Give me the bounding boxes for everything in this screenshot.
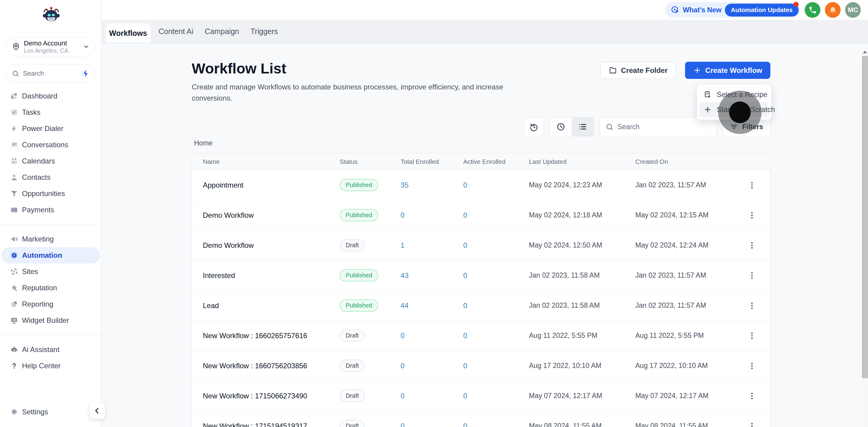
widget-builder-icon bbox=[10, 317, 18, 324]
scrollbar-thumb[interactable] bbox=[862, 56, 868, 378]
workflow-name[interactable]: Appointment bbox=[192, 181, 340, 189]
tab-campaign[interactable]: Campaign bbox=[201, 20, 243, 43]
row-menu-button[interactable] bbox=[746, 178, 758, 192]
active-enrolled-link[interactable]: 0 bbox=[463, 181, 529, 189]
user-avatar[interactable]: MC bbox=[845, 2, 861, 18]
row-menu-button[interactable] bbox=[746, 359, 758, 372]
workflow-name[interactable]: New Workflow : 1715194519317 bbox=[192, 422, 340, 427]
total-enrolled-link[interactable]: 44 bbox=[401, 301, 463, 310]
total-enrolled-link[interactable]: 0 bbox=[401, 362, 463, 370]
scrollbar-up-arrow[interactable] bbox=[862, 48, 868, 56]
sidebar-item-payments[interactable]: Payments bbox=[1, 202, 100, 218]
avatar-initials: MC bbox=[848, 6, 858, 14]
clock-icon bbox=[556, 122, 565, 131]
total-enrolled-link[interactable]: 43 bbox=[401, 271, 463, 280]
active-enrolled-link[interactable]: 0 bbox=[463, 362, 529, 370]
automation-updates-button[interactable]: Automation Updates bbox=[725, 4, 799, 17]
active-enrolled-link[interactable]: 0 bbox=[463, 241, 529, 250]
sidebar-item-reporting[interactable]: Reporting bbox=[1, 296, 100, 312]
reporting-icon bbox=[10, 300, 18, 308]
kebab-icon bbox=[747, 331, 756, 340]
sidebar-item-opportunities[interactable]: Opportunities bbox=[1, 186, 100, 202]
sidebar-item-automation[interactable]: Automation bbox=[1, 247, 100, 263]
kebab-icon bbox=[747, 391, 756, 400]
notifications-button[interactable] bbox=[825, 2, 841, 18]
row-menu-button[interactable] bbox=[746, 389, 758, 403]
filters-label: Filters bbox=[742, 123, 763, 131]
sidebar-item-dashboard[interactable]: Dashboard bbox=[1, 88, 100, 104]
filters-button[interactable]: Filters bbox=[723, 117, 770, 136]
app-logo-robot-icon[interactable] bbox=[41, 5, 61, 25]
table-row: Demo WorkflowPublished00May 02 2024, 12:… bbox=[192, 200, 770, 230]
dropdown-item-select-a-recipe[interactable]: Select a Recipe bbox=[700, 87, 769, 102]
account-switcher[interactable]: Demo Account Los Angeles, CA bbox=[6, 37, 95, 56]
total-enrolled-link[interactable]: 1 bbox=[401, 241, 463, 250]
total-enrolled-link[interactable]: 0 bbox=[401, 422, 463, 427]
workflow-search-input[interactable]: Search bbox=[600, 117, 717, 136]
row-menu-button[interactable] bbox=[746, 269, 758, 282]
active-enrolled-link[interactable]: 0 bbox=[463, 301, 529, 310]
sidebar-collapse-button[interactable] bbox=[90, 403, 105, 419]
workflow-name[interactable]: New Workflow : 1715066273490 bbox=[192, 392, 340, 400]
sidebar-item-sites[interactable]: Sites bbox=[1, 263, 100, 280]
breadcrumb[interactable]: Home bbox=[194, 139, 213, 147]
workflow-name[interactable]: New Workflow : 1660756203856 bbox=[192, 362, 340, 370]
sidebar-item-help-center[interactable]: Help Center bbox=[1, 358, 100, 374]
sidebar-item-marketing[interactable]: Marketing bbox=[1, 231, 100, 247]
ai-bolt-icon bbox=[81, 69, 90, 78]
sidebar-item-ai-assistant[interactable]: Ai Assistant bbox=[1, 341, 100, 358]
sidebar-item-label: Opportunities bbox=[22, 189, 65, 198]
status-cell: Published bbox=[340, 269, 401, 282]
dropdown-item-start-from-scratch[interactable]: Start from Scratch bbox=[700, 102, 769, 117]
create-workflow-button[interactable]: Create Workflow bbox=[685, 62, 770, 79]
actions-cell bbox=[734, 209, 770, 222]
workflow-name[interactable]: New Workflow : 1660265757616 bbox=[192, 332, 340, 340]
row-menu-button[interactable] bbox=[746, 329, 758, 342]
enrollment-history-button[interactable] bbox=[524, 117, 544, 136]
view-toggle-list[interactable] bbox=[572, 118, 593, 136]
page-scrollbar[interactable] bbox=[862, 48, 868, 427]
automation-updates-label: Automation Updates bbox=[731, 6, 793, 13]
sidebar-item-reputation[interactable]: Reputation bbox=[1, 280, 100, 296]
sidebar-item-widget-builder[interactable]: Widget Builder bbox=[1, 312, 100, 329]
total-enrolled-link[interactable]: 35 bbox=[401, 181, 463, 189]
create-folder-label: Create Folder bbox=[621, 66, 668, 75]
last-updated: Aug 11 2022, 5:55 PM bbox=[529, 332, 635, 340]
sidebar-item-label: Power Dialer bbox=[22, 124, 63, 133]
sidebar-item-label: Tasks bbox=[22, 108, 40, 117]
workflow-name[interactable]: Demo Workflow bbox=[192, 211, 340, 220]
whats-new-pill[interactable]: What's New Automation Updates bbox=[665, 2, 801, 18]
create-workflow-label: Create Workflow bbox=[705, 66, 762, 75]
active-enrolled-link[interactable]: 0 bbox=[463, 422, 529, 427]
status-badge: Draft bbox=[340, 239, 365, 252]
tab-content-ai[interactable]: Content Ai bbox=[155, 20, 197, 43]
workflow-name[interactable]: Demo Workflow bbox=[192, 241, 340, 250]
total-enrolled-link[interactable]: 0 bbox=[401, 392, 463, 400]
row-menu-button[interactable] bbox=[746, 209, 758, 222]
sidebar-search-input[interactable]: Search bbox=[6, 64, 95, 83]
total-enrolled-link[interactable]: 0 bbox=[401, 332, 463, 340]
sidebar-item-conversations[interactable]: Conversations bbox=[1, 137, 100, 153]
location-pin-icon bbox=[12, 42, 20, 51]
workflow-name[interactable]: Lead bbox=[192, 301, 340, 310]
row-menu-button[interactable] bbox=[746, 239, 758, 252]
tasks-icon bbox=[10, 108, 18, 116]
sidebar-item-power-dialer[interactable]: Power Dialer bbox=[1, 121, 100, 137]
active-enrolled-link[interactable]: 0 bbox=[463, 271, 529, 280]
workflow-name[interactable]: Interested bbox=[192, 271, 340, 280]
row-menu-button[interactable] bbox=[746, 299, 758, 312]
sidebar-item-calendars[interactable]: Calendars bbox=[1, 153, 100, 169]
active-enrolled-link[interactable]: 0 bbox=[463, 211, 529, 220]
sidebar-item-tasks[interactable]: Tasks bbox=[1, 104, 100, 121]
active-enrolled-link[interactable]: 0 bbox=[463, 332, 529, 340]
view-toggle-history[interactable] bbox=[550, 118, 572, 136]
row-menu-button[interactable] bbox=[746, 420, 758, 427]
active-enrolled-link[interactable]: 0 bbox=[463, 392, 529, 400]
sidebar-item-settings[interactable]: Settings bbox=[1, 404, 100, 420]
total-enrolled-link[interactable]: 0 bbox=[401, 211, 463, 220]
tab-workflows[interactable]: Workflows bbox=[105, 24, 151, 43]
tab-triggers[interactable]: Triggers bbox=[247, 20, 281, 43]
sidebar-item-contacts[interactable]: Contacts bbox=[1, 169, 100, 186]
phone-button[interactable] bbox=[805, 2, 820, 18]
create-folder-button[interactable]: Create Folder bbox=[600, 62, 676, 79]
